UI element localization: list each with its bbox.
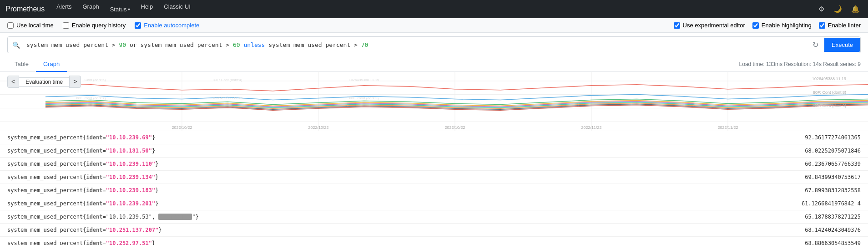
svg-text:80F: Cont (dont:8): 80F: Cont (dont:8) xyxy=(813,90,846,95)
notification-button[interactable]: 🔔 xyxy=(848,3,863,15)
nav-classic-ui[interactable]: Classic UI xyxy=(159,0,195,13)
graph-svg: 1026495388.11.19 80F: Cont (dont:8) 60F:… xyxy=(0,72,868,131)
eval-controls: < Evaluation time > xyxy=(7,76,81,88)
value-cell: 68.88663054853549 xyxy=(639,237,868,245)
query-op1: > xyxy=(112,41,119,48)
query-metric3: system_mem_used_percent xyxy=(268,41,350,48)
toolbar: Use local time Enable query history Enab… xyxy=(0,18,868,33)
enable-highlighting-label: Enable highlighting xyxy=(762,22,812,29)
nav-status[interactable]: Status xyxy=(106,3,135,15)
table-row: system_mem_used_percent{ident="10.252.97… xyxy=(0,237,868,245)
tabs-bar: Table Graph Load time: 133ms Resolution:… xyxy=(0,57,868,72)
metric-name: system_mem_used_percent xyxy=(7,134,83,141)
theme-toggle-button[interactable]: 🌙 xyxy=(831,3,845,15)
nav-menu: Alerts Graph Status Help Classic UI xyxy=(52,3,195,15)
metric-cell: system_mem_used_percent{ident="10.10.239… xyxy=(0,197,639,210)
nav-graph[interactable]: Graph xyxy=(78,0,104,13)
enable-query-history-input[interactable] xyxy=(63,22,69,29)
query-op3: > xyxy=(354,41,361,48)
metric-name: system_mem_used_percent xyxy=(7,227,83,233)
query-metric1: system_mem_used_percent xyxy=(26,41,108,48)
value-cell: 61.1266841976842 4 xyxy=(639,197,868,210)
value-cell: 92.36177274061365 xyxy=(639,131,868,144)
brand-logo[interactable]: Prometheus xyxy=(5,5,45,13)
enable-autocomplete-checkbox[interactable]: Enable autocomplete xyxy=(135,22,199,29)
metric-name: system_mem_used_percent xyxy=(7,240,83,245)
value-cell: 67.89938312832558 xyxy=(639,184,868,197)
metric-label-key: ident xyxy=(86,174,102,180)
metric-label-key: ident xyxy=(86,161,102,167)
use-experimental-editor-input[interactable] xyxy=(674,22,680,29)
svg-text:1026495388.11.19: 1026495388.11.19 xyxy=(212,96,243,100)
execute-button[interactable]: Execute xyxy=(824,38,860,52)
svg-text:2022/10/22: 2022/10/22 xyxy=(172,125,192,130)
svg-text:80F: Cont (dont:4): 80F: Cont (dont:4) xyxy=(213,78,242,82)
query-num3: 70 xyxy=(361,41,368,48)
table-row: system_mem_used_percent{ident="10.10.181… xyxy=(0,144,868,158)
metric-label-key: ident xyxy=(86,148,102,154)
metric-label-value: "10.252.97.51" xyxy=(106,240,152,245)
value-cell: 60.23670657766339 xyxy=(639,158,868,171)
eval-label: Evaluation time xyxy=(19,77,69,87)
metric-label-key: ident xyxy=(86,227,102,233)
use-local-time-checkbox[interactable]: Use local time xyxy=(7,22,54,29)
metric-label-key: ident xyxy=(86,200,102,207)
query-op2: > xyxy=(226,41,233,48)
enable-autocomplete-label: Enable autocomplete xyxy=(144,22,199,29)
use-experimental-editor-label: Use experimental editor xyxy=(683,22,745,29)
metric-cell: system_mem_used_percent{ident="10.10.181… xyxy=(0,144,639,158)
metric-cell: system_mem_used_percent{ident="10.10.239… xyxy=(0,171,639,184)
svg-text:80F: Cont (dont:7): 80F: Cont (dont:7) xyxy=(76,96,106,100)
use-local-time-label: Use local time xyxy=(16,22,54,29)
enable-highlighting-input[interactable] xyxy=(752,22,759,29)
metric-label-key: ident xyxy=(86,240,102,245)
value-cell: 68.02252075071846 xyxy=(639,144,868,158)
graph-area: < Evaluation time > 1026495388.11.19 80F… xyxy=(0,72,868,131)
navbar: Prometheus Alerts Graph Status Help Clas… xyxy=(0,0,868,18)
nav-help[interactable]: Help xyxy=(136,0,158,13)
tab-table[interactable]: Table xyxy=(7,57,36,72)
enable-query-history-label: Enable query history xyxy=(72,22,126,29)
metric-cell: system_mem_used_percent{ident="10.10.239… xyxy=(0,210,639,224)
svg-text:2022/10/22: 2022/10/22 xyxy=(445,125,465,130)
search-query-display[interactable]: system_mem_used_percent > 90 or system_m… xyxy=(25,38,807,52)
eval-prev-button[interactable]: < xyxy=(7,76,19,88)
metric-cell: system_mem_used_percent{ident="10.10.239… xyxy=(0,158,639,171)
query-or: or xyxy=(130,41,140,48)
metric-cell: system_mem_used_percent{ident="10.10.239… xyxy=(0,184,639,197)
enable-query-history-checkbox[interactable]: Enable query history xyxy=(63,22,126,29)
value-cell: 68.14240243049376 xyxy=(639,224,868,237)
metric-label-value: "10.10.239.110" xyxy=(106,161,155,167)
table-row: system_mem_used_percent{ident="10.10.239… xyxy=(0,184,868,197)
metric-label-value: "10.10.239.134" xyxy=(106,174,155,180)
svg-text:2022/11/22: 2022/11/22 xyxy=(581,125,602,130)
enable-linter-checkbox[interactable]: Enable linter xyxy=(819,22,861,29)
search-actions: ↻ Execute xyxy=(807,37,860,53)
metric-label-value: "10.10.239.69" xyxy=(106,134,152,141)
svg-text:80F: Cont (dont:9): 80F: Cont (dont:9) xyxy=(349,96,379,100)
results-table: system_mem_used_percent{ident="10.10.239… xyxy=(0,131,868,245)
metric-cell: system_mem_used_percent{ident="10.10.239… xyxy=(0,131,639,144)
metric-label-value: "10.10.181.50" xyxy=(106,148,152,154)
query-unless: unless xyxy=(243,41,265,48)
refresh-button[interactable]: ↻ xyxy=(807,37,824,53)
tab-graph[interactable]: Graph xyxy=(36,57,67,72)
settings-button[interactable]: ⚙ xyxy=(816,3,827,15)
use-experimental-editor-checkbox[interactable]: Use experimental editor xyxy=(674,22,745,29)
table-row: system_mem_used_percent{ident="10.10.239… xyxy=(0,158,868,171)
table-row: system_mem_used_percent{ident="10.10.239… xyxy=(0,131,868,144)
enable-highlighting-checkbox[interactable]: Enable highlighting xyxy=(752,22,812,29)
nav-alerts[interactable]: Alerts xyxy=(52,0,76,13)
eval-next-button[interactable]: > xyxy=(69,76,81,88)
metric-label-key: ident xyxy=(86,134,102,141)
table-row: system_mem_used_percent{ident="10.10.239… xyxy=(0,171,868,184)
table-row: system_mem_used_percent{ident="10.251.13… xyxy=(0,224,868,237)
enable-linter-label: Enable linter xyxy=(828,22,861,29)
query-metric2: system_mem_used_percent xyxy=(140,41,222,48)
metric-name: system_mem_used_percent xyxy=(7,161,83,167)
results-tbody: system_mem_used_percent{ident="10.10.239… xyxy=(0,131,868,245)
enable-autocomplete-input[interactable] xyxy=(135,22,141,29)
svg-text:1026495388.11.19: 1026495388.11.19 xyxy=(349,78,379,82)
enable-linter-input[interactable] xyxy=(819,22,825,29)
use-local-time-input[interactable] xyxy=(7,22,14,29)
